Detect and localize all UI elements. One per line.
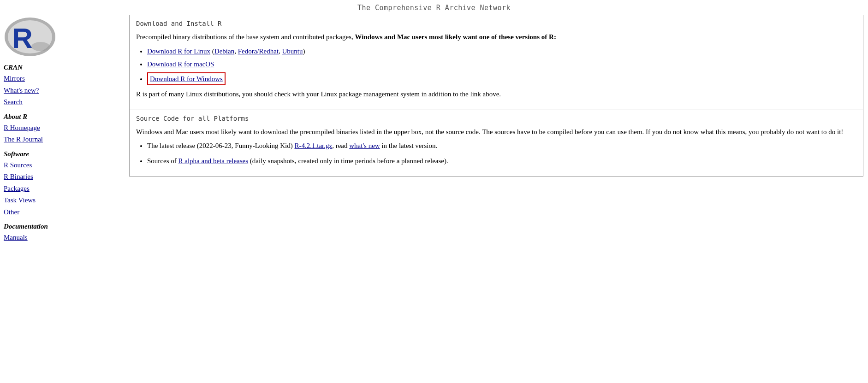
download-windows-link[interactable]: Download R for Windows xyxy=(150,75,223,82)
alpha-beta-suffix: (daily snapshots, created only in time p… xyxy=(248,157,448,165)
documentation-section-title: Documentation xyxy=(4,223,125,230)
download-links-list: Download R for Linux (Debian, Fedora/Red… xyxy=(147,46,856,86)
svg-point-3 xyxy=(31,42,50,51)
svg-text:R: R xyxy=(12,22,32,54)
latest-release-suffix: in the latest version. xyxy=(380,142,438,149)
latest-release-middle: , read xyxy=(332,142,349,149)
source-code-box: Source Code for all Platforms Windows an… xyxy=(129,110,863,177)
packages-link[interactable]: Packages xyxy=(4,183,125,195)
box1-footer: R is part of many Linux distributions, y… xyxy=(136,89,856,100)
box2-title: Source Code for all Platforms xyxy=(136,115,856,122)
software-section-title: Software xyxy=(4,150,125,158)
r-logo: R xyxy=(4,17,125,57)
r421-tarball-link[interactable]: R-4.2.1.tar.gz xyxy=(295,142,333,149)
mirrors-link[interactable]: Mirrors xyxy=(4,73,125,85)
download-macos-link[interactable]: Download R for macOS xyxy=(147,60,214,68)
ubuntu-link[interactable]: Ubuntu xyxy=(282,47,303,55)
windows-highlight-box: Download R for Windows xyxy=(147,72,226,86)
whats-new-content-link[interactable]: what's new xyxy=(349,142,380,149)
r-journal-link[interactable]: The R Journal xyxy=(4,134,125,146)
latest-release-prefix: The latest release (2022-06-23, Funny-Lo… xyxy=(147,142,295,149)
box2-intro: Windows and Mac users most likely want t… xyxy=(136,127,856,137)
download-install-box: Download and Install R Precompiled binar… xyxy=(129,15,863,110)
alpha-beta-prefix: Sources of xyxy=(147,157,178,165)
debian-link[interactable]: Debian xyxy=(214,47,234,55)
r-homepage-link[interactable]: R Homepage xyxy=(4,122,125,134)
windows-list-item: Download R for Windows xyxy=(147,72,856,86)
fedora-link[interactable]: Fedora/Redhat xyxy=(238,47,279,55)
task-views-link[interactable]: Task Views xyxy=(4,194,125,206)
box1-intro: Precompiled binary distributions of the … xyxy=(136,32,856,42)
whats-new-link[interactable]: What's new? xyxy=(4,85,125,97)
search-link[interactable]: Search xyxy=(4,96,125,108)
alpha-beta-link[interactable]: R alpha and beta releases xyxy=(178,157,249,165)
source-links-list: The latest release (2022-06-23, Funny-Lo… xyxy=(147,141,856,166)
r-sources-link[interactable]: R Sources xyxy=(4,159,125,171)
linux-list-item: Download R for Linux (Debian, Fedora/Red… xyxy=(147,46,856,57)
other-link[interactable]: Other xyxy=(4,206,125,218)
box1-title: Download and Install R xyxy=(136,20,856,27)
main-content: Download and Install R Precompiled binar… xyxy=(125,15,868,383)
download-linux-link[interactable]: Download R for Linux xyxy=(147,47,210,55)
page-title: The Comprehensive R Archive Network xyxy=(0,0,868,15)
macos-list-item: Download R for macOS xyxy=(147,59,856,70)
r-binaries-link[interactable]: R Binaries xyxy=(4,171,125,183)
alpha-beta-item: Sources of R alpha and beta releases (da… xyxy=(147,156,856,166)
manuals-link[interactable]: Manuals xyxy=(4,232,125,244)
about-r-section-title: About R xyxy=(4,113,125,121)
cran-section-title: CRAN xyxy=(4,64,125,71)
latest-release-item: The latest release (2022-06-23, Funny-Lo… xyxy=(147,141,856,151)
